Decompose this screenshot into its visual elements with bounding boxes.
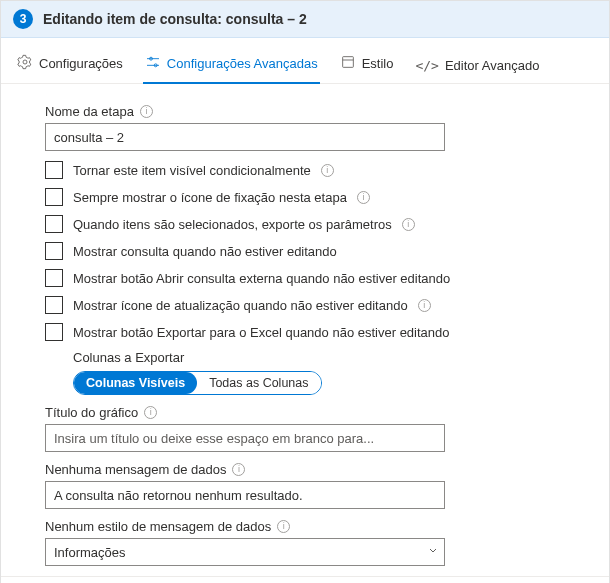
tab-style[interactable]: Estilo bbox=[338, 48, 396, 83]
tab-label: Editor Avançado bbox=[445, 58, 539, 73]
checkbox-label: Sempre mostrar o ícone de fixação nesta … bbox=[73, 190, 347, 205]
options-checklist: Tornar este item visível condicionalment… bbox=[45, 161, 565, 341]
tab-settings[interactable]: Configurações bbox=[15, 48, 125, 83]
checkbox-conditional-visibility[interactable] bbox=[45, 161, 63, 179]
info-icon[interactable]: i bbox=[418, 299, 431, 312]
svg-rect-5 bbox=[342, 57, 353, 68]
checkbox-show-query[interactable] bbox=[45, 242, 63, 260]
export-columns-block: Colunas a Exportar Colunas Visíveis Toda… bbox=[73, 350, 565, 395]
no-data-style-label: Nenhum estilo de mensagem de dados bbox=[45, 519, 271, 534]
checkbox-label: Quando itens são selecionados, exporte o… bbox=[73, 217, 392, 232]
info-icon[interactable]: i bbox=[321, 164, 334, 177]
pill-visible-columns[interactable]: Colunas Visíveis bbox=[74, 372, 197, 394]
step-name-label: Nome da etapa bbox=[45, 104, 134, 119]
no-data-msg-label: Nenhuma mensagem de dados bbox=[45, 462, 226, 477]
tab-label: Configurações bbox=[39, 56, 123, 71]
advanced-settings-form: Nome da etapa i Tornar este item visível… bbox=[1, 84, 609, 576]
no-data-msg-input[interactable] bbox=[45, 481, 445, 509]
checkbox-label: Mostrar botão Exportar para o Excel quan… bbox=[73, 325, 450, 340]
pill-all-columns[interactable]: Todas as Colunas bbox=[197, 372, 320, 394]
checkbox-always-show-pin[interactable] bbox=[45, 188, 63, 206]
code-icon: </> bbox=[415, 58, 438, 73]
tab-advanced-settings[interactable]: Configurações Avançadas bbox=[143, 48, 320, 83]
info-icon[interactable]: i bbox=[232, 463, 245, 476]
gear-icon bbox=[17, 54, 33, 73]
checkbox-export-params[interactable] bbox=[45, 215, 63, 233]
query-item-editor: 3 Editando item de consulta: consulta – … bbox=[0, 0, 610, 583]
no-data-style-select[interactable] bbox=[45, 538, 445, 566]
step-name-input[interactable] bbox=[45, 123, 445, 151]
info-icon[interactable]: i bbox=[402, 218, 415, 231]
checkbox-label: Mostrar ícone de atualização quando não … bbox=[73, 298, 408, 313]
chart-title-label: Título do gráfico bbox=[45, 405, 138, 420]
chart-title-input[interactable] bbox=[45, 424, 445, 452]
checkbox-label: Tornar este item visível condicionalment… bbox=[73, 163, 311, 178]
checkbox-label: Mostrar consulta quando não estiver edit… bbox=[73, 244, 337, 259]
svg-point-0 bbox=[23, 60, 27, 64]
tab-advanced-editor[interactable]: </> Editor Avançado bbox=[413, 52, 541, 83]
editor-footer: Edição Concluída Cancelar Adicionar bbox=[1, 576, 609, 583]
sliders-icon bbox=[145, 54, 161, 73]
style-icon bbox=[340, 54, 356, 73]
editor-title: Editando item de consulta: consulta – 2 bbox=[43, 11, 307, 27]
step-number-badge: 3 bbox=[13, 9, 33, 29]
checkbox-show-export-excel[interactable] bbox=[45, 323, 63, 341]
tab-label: Estilo bbox=[362, 56, 394, 71]
checkbox-show-open-external[interactable] bbox=[45, 269, 63, 287]
tab-strip: Configurações Configurações Avançadas Es… bbox=[1, 38, 609, 84]
info-icon[interactable]: i bbox=[277, 520, 290, 533]
info-icon[interactable]: i bbox=[140, 105, 153, 118]
export-columns-label: Colunas a Exportar bbox=[73, 350, 565, 365]
info-icon[interactable]: i bbox=[144, 406, 157, 419]
editor-header: 3 Editando item de consulta: consulta – … bbox=[1, 1, 609, 38]
info-icon[interactable]: i bbox=[357, 191, 370, 204]
checkbox-label: Mostrar botão Abrir consulta externa qua… bbox=[73, 271, 450, 286]
export-columns-toggle: Colunas Visíveis Todas as Colunas bbox=[73, 371, 322, 395]
tab-label: Configurações Avançadas bbox=[167, 56, 318, 71]
checkbox-show-refresh[interactable] bbox=[45, 296, 63, 314]
